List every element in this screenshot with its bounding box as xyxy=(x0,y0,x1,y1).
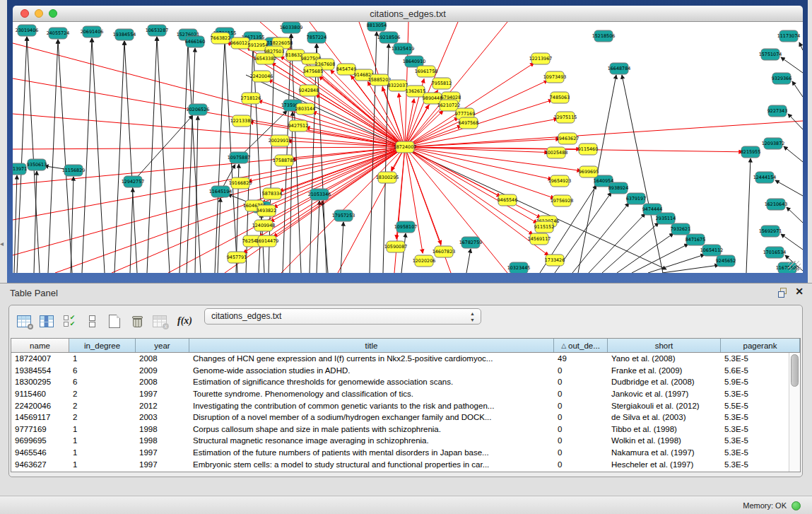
graph-node[interactable]: 12975115 xyxy=(554,112,577,123)
graph-node[interactable]: 11156829 xyxy=(62,165,86,176)
graph-edge[interactable] xyxy=(130,188,133,273)
graph-node[interactable]: 16648784 xyxy=(608,63,631,74)
graph-node[interactable]: 10653287 xyxy=(146,25,169,36)
graph-edge[interactable] xyxy=(466,249,471,273)
resize-grip[interactable] xyxy=(788,261,801,271)
vertical-scrollbar[interactable] xyxy=(789,353,800,472)
table-cell[interactable]: 1 xyxy=(69,436,136,445)
graph-node[interactable]: 17016534 xyxy=(763,247,787,258)
float-panel-icon[interactable] xyxy=(778,288,788,297)
graph-edge[interactable] xyxy=(622,75,663,273)
graph-edge[interactable] xyxy=(48,40,58,273)
graph-edge[interactable] xyxy=(290,112,293,273)
table-cell[interactable]: 2008 xyxy=(136,378,189,386)
table-row[interactable]: 977716911998Corpus callosum shape and si… xyxy=(11,424,800,436)
graph-edge[interactable] xyxy=(17,37,27,273)
graph-node[interactable]: 8215955 xyxy=(741,146,760,158)
graph-node[interactable]: 21053346 xyxy=(308,189,331,200)
graph-node[interactable]: 15751074 xyxy=(759,49,782,60)
graph-node[interactable]: 7485063 xyxy=(550,92,570,103)
graph-node[interactable]: 9115460 xyxy=(578,144,598,155)
table-cell[interactable]: 9699695 xyxy=(11,436,69,445)
graph-node[interactable]: 9115152 xyxy=(534,221,554,233)
show-columns-button[interactable] xyxy=(37,312,56,330)
graph-node[interactable]: 7663822 xyxy=(211,33,230,44)
graph-node[interactable]: 9457791 xyxy=(227,252,247,263)
table-row[interactable]: 911546021997Tourette syndrome. Phenomeno… xyxy=(11,388,800,400)
graph-node[interactable]: 18724007 xyxy=(394,141,417,153)
graph-node[interactable]: 20206526 xyxy=(187,104,210,115)
graph-edge[interactable] xyxy=(775,180,803,196)
table-row[interactable]: 1938455462009Genome-wide association stu… xyxy=(11,365,800,377)
table-cell[interactable]: 49 xyxy=(554,354,608,363)
graph-edge[interactable] xyxy=(405,147,537,223)
table-settings-button[interactable] xyxy=(15,312,33,330)
graph-node[interactable]: 7857224 xyxy=(307,32,326,43)
graph-edge[interactable] xyxy=(92,38,105,273)
graph-edge[interactable] xyxy=(787,207,803,223)
table-cell[interactable]: Changes of HCN gene expression and I(f) … xyxy=(189,354,554,363)
table-cell[interactable]: 2012 xyxy=(136,402,189,410)
table-cell[interactable]: 9465546 xyxy=(11,448,69,457)
citation-network-graph[interactable]: 2301940624055724206914061938455410653287… xyxy=(13,22,803,273)
table-cell[interactable]: 9115460 xyxy=(11,390,69,398)
graph-node[interactable]: 23019406 xyxy=(16,25,39,36)
graph-node[interactable]: 19218506 xyxy=(377,32,401,43)
table-cell[interactable]: 1997 xyxy=(136,448,189,457)
table-cell[interactable]: 0 xyxy=(554,366,608,375)
graph-node[interactable]: 10025488 xyxy=(545,147,568,158)
graph-node[interactable]: 3493822 xyxy=(257,205,276,216)
delete-table-button[interactable]: x xyxy=(151,312,169,330)
table-cell[interactable]: 2 xyxy=(69,390,136,398)
table-cell[interactable]: Franke et al. (2009) xyxy=(608,366,721,375)
graph-edge[interactable] xyxy=(27,37,40,273)
table-cell[interactable]: Stergiakouli et al. (2012) xyxy=(608,402,721,410)
graph-edge[interactable] xyxy=(632,244,688,273)
table-cell[interactable]: 1 xyxy=(69,448,136,457)
graph-node[interactable]: 9329366 xyxy=(772,73,792,84)
graph-node[interactable]: 9242848 xyxy=(299,85,319,96)
graph-edge[interactable] xyxy=(746,158,751,273)
graph-edge[interactable] xyxy=(572,203,629,273)
graph-edge[interactable] xyxy=(405,147,743,152)
graph-node[interactable]: 19166825 xyxy=(229,177,252,189)
graph-edge[interactable] xyxy=(322,201,328,273)
table-cell[interactable]: 1998 xyxy=(136,436,189,445)
table-cell[interactable]: 1 xyxy=(69,425,136,433)
table-selector-dropdown[interactable]: citations_edges.txt ▲▼ xyxy=(204,308,481,325)
table-cell[interactable]: Investigating the contribution of common… xyxy=(189,402,554,410)
graph-edge[interactable] xyxy=(157,37,170,273)
graph-node[interactable]: 3313971 xyxy=(13,163,27,175)
graph-edge[interactable] xyxy=(215,40,225,273)
table-row[interactable]: 1872400712008Changes of HCN gene express… xyxy=(11,353,800,365)
table-cell[interactable]: Disruption of a novel member of a sodium… xyxy=(189,413,554,421)
table-cell[interactable]: Tourette syndrome. Phenomenology and cla… xyxy=(189,390,554,398)
graph-node[interactable]: 13325419 xyxy=(392,43,415,54)
row-height-button[interactable] xyxy=(83,312,101,330)
graph-node[interactable]: 7955812 xyxy=(432,78,452,89)
graph-edge[interactable] xyxy=(602,223,659,273)
graph-node[interactable]: 20691406 xyxy=(81,26,104,37)
network-window-titlebar[interactable]: citations_edges.txt xyxy=(13,6,803,22)
table-cell[interactable]: 18724007 xyxy=(11,354,69,363)
table-cell[interactable]: Jankovic et al. (1997) xyxy=(608,390,721,398)
graph-edge[interactable] xyxy=(799,42,803,50)
graph-edge[interactable] xyxy=(662,265,719,273)
table-cell[interactable]: Dudbridge et al. (2008) xyxy=(608,378,721,386)
graph-node[interactable]: 22420046 xyxy=(250,71,273,82)
table-cell[interactable]: Yano et al. (2008) xyxy=(608,354,721,363)
graph-node[interactable]: 2803144 xyxy=(295,103,315,115)
table-cell[interactable]: Estimation of significance thresholds fo… xyxy=(189,378,554,386)
table-cell[interactable]: 0 xyxy=(554,390,608,398)
table-cell[interactable]: 1997 xyxy=(136,460,189,469)
graph-edge[interactable] xyxy=(405,147,423,253)
graph-node[interactable]: 10973493 xyxy=(543,71,567,83)
graph-node[interactable]: 16543382 xyxy=(254,53,277,64)
graph-node[interactable]: 15218506 xyxy=(592,30,616,42)
graph-node[interactable]: 6379197 xyxy=(626,193,646,204)
column-header-year[interactable]: year xyxy=(136,339,189,352)
graph-edge[interactable] xyxy=(405,147,541,218)
graph-node[interactable]: 12409948 xyxy=(252,220,276,231)
graph-edge[interactable] xyxy=(82,38,92,273)
table-cell[interactable]: 2003 xyxy=(136,413,189,421)
